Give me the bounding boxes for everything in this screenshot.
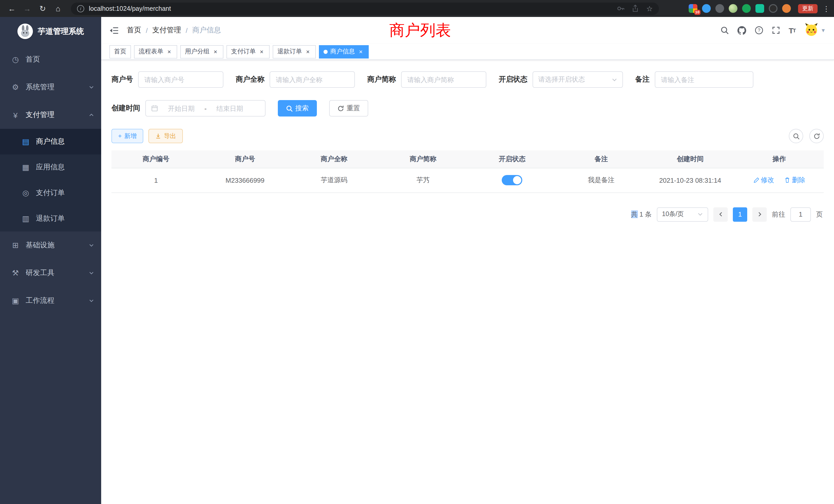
back-icon[interactable]: ← <box>5 0 19 17</box>
page-content: 商户号 商户全称 商户简称 开启状态 请选择开启状态 <box>101 60 834 222</box>
extension-icon-4[interactable] <box>729 4 738 13</box>
main-area: 商户列表 首页 / 支付管理 / 商户信息 <box>101 17 834 504</box>
grid-icon: ▦ <box>21 163 31 172</box>
user-menu[interactable]: ▾ <box>804 22 825 39</box>
sidebar-item-workflow[interactable]: ▣ 工作流程 <box>0 287 101 315</box>
column-header: 商户简称 <box>378 151 467 168</box>
extension-icon-2[interactable] <box>702 4 711 13</box>
password-key-icon[interactable] <box>617 5 625 12</box>
table-tools <box>789 129 824 143</box>
full-name-input[interactable] <box>270 71 355 88</box>
home-icon[interactable]: ⌂ <box>51 0 65 17</box>
sidebar-item-system[interactable]: ⚙ 系统管理 <box>0 73 101 101</box>
sidebar-item-pay-order[interactable]: ◎ 支付订单 <box>0 180 101 206</box>
table-row: 1 M233666999 芋道源码 芋艿 我是备注 2021-10-23 08:… <box>111 168 824 192</box>
tab-user-group[interactable]: 用户分组 × <box>180 45 223 58</box>
tab-label: 首页 <box>114 47 126 56</box>
tab-refund-order[interactable]: 退款订单 × <box>273 45 316 58</box>
sidebar-item-dev-tools[interactable]: ⚒ 研发工具 <box>0 259 101 287</box>
short-name-input[interactable] <box>401 71 486 88</box>
reset-button[interactable]: 重置 <box>329 100 368 116</box>
goto-label: 前往 <box>772 210 785 219</box>
close-icon[interactable]: × <box>166 48 173 55</box>
prev-page-button[interactable] <box>713 207 728 222</box>
extension-icon-3[interactable] <box>716 4 724 13</box>
refresh-table-button[interactable] <box>809 129 824 143</box>
reload-icon[interactable]: ↻ <box>36 0 49 17</box>
search-icon[interactable] <box>720 26 728 35</box>
close-icon[interactable]: × <box>258 48 265 55</box>
extension-icon-6[interactable] <box>755 4 764 13</box>
cell-remark: 我是备注 <box>557 168 646 192</box>
extension-icon-8[interactable] <box>782 4 791 13</box>
tab-merchant-info[interactable]: 商户信息 × <box>319 45 369 58</box>
remark-input[interactable] <box>655 71 753 88</box>
breadcrumb-item[interactable]: 首页 <box>127 26 141 35</box>
close-icon[interactable]: × <box>305 48 311 55</box>
search-button-label: 搜索 <box>295 104 309 113</box>
url-bar-actions: ☆ <box>617 5 653 12</box>
next-page-button[interactable] <box>752 207 767 222</box>
delete-button[interactable]: 删除 <box>784 176 805 185</box>
url-bar[interactable]: i localhost:1024/pay/merchant ☆ <box>71 2 659 15</box>
tab-home[interactable]: 首页 <box>109 45 131 58</box>
sidebar-item-app-info[interactable]: ▦ 应用信息 <box>0 155 101 180</box>
export-button[interactable]: 导出 <box>148 129 183 143</box>
add-button-label: 新增 <box>124 132 137 140</box>
merchant-no-input[interactable] <box>138 71 223 88</box>
sidebar-menu: ◷ 首页 ⚙ 系统管理 ¥ 支付管理 ▤ 商户信息 <box>0 46 101 315</box>
start-date-input[interactable] <box>161 105 201 112</box>
column-header: 备注 <box>557 151 646 168</box>
page-number-button[interactable]: 1 <box>733 207 747 222</box>
url-text: localhost:1024/pay/merchant <box>89 5 617 12</box>
github-icon[interactable] <box>737 26 746 35</box>
search-toggle-button[interactable] <box>789 129 803 143</box>
forward-icon[interactable]: → <box>21 0 34 17</box>
status-select[interactable]: 请选择开启状态 <box>532 71 623 88</box>
pagination: 共 1 条 10条/页 1 前往 页 <box>111 207 824 222</box>
browser-menu-icon[interactable]: ⋮ <box>823 4 829 13</box>
extension-icon-1[interactable]: 10 <box>689 4 697 13</box>
tab-label: 支付订单 <box>231 47 256 56</box>
extension-icon-5[interactable] <box>742 4 751 13</box>
update-button[interactable]: 更新 <box>798 4 817 13</box>
bookmark-star-icon[interactable]: ☆ <box>646 5 653 12</box>
search-button[interactable]: 搜索 <box>278 100 317 116</box>
extension-icon-7[interactable] <box>769 4 777 13</box>
sidebar-toggle-icon[interactable] <box>109 26 118 34</box>
goto-suffix-label: 页 <box>816 210 823 219</box>
share-icon[interactable] <box>632 5 639 12</box>
edit-button[interactable]: 修改 <box>753 176 774 185</box>
info-icon[interactable]: i <box>77 5 84 12</box>
font-size-icon[interactable]: TT <box>789 26 795 35</box>
sidebar-item-payment[interactable]: ¥ 支付管理 <box>0 101 101 129</box>
add-button[interactable]: + 新增 <box>111 129 143 143</box>
sidebar-item-label: 研发工具 <box>26 269 89 278</box>
merchant-card-icon: ▤ <box>21 137 31 146</box>
chevron-up-icon <box>89 112 94 117</box>
sidebar-item-merchant-info[interactable]: ▤ 商户信息 <box>0 129 101 155</box>
close-icon[interactable]: × <box>212 48 219 55</box>
help-icon[interactable]: ? <box>755 26 763 35</box>
tab-label: 退款订单 <box>277 47 302 56</box>
sidebar-item-home[interactable]: ◷ 首页 <box>0 46 101 73</box>
date-range-picker[interactable]: - <box>145 100 265 116</box>
goto-page-input[interactable] <box>790 207 811 222</box>
table-toolbar: + 新增 导出 <box>111 129 824 143</box>
fullscreen-icon[interactable] <box>772 26 780 35</box>
page-size-select[interactable]: 10条/页 <box>657 207 708 222</box>
gear-icon: ⚙ <box>10 83 21 92</box>
field-label: 商户全称 <box>236 75 264 84</box>
end-date-input[interactable] <box>210 105 250 112</box>
tab-process-form[interactable]: 流程表单 × <box>134 45 177 58</box>
date-separator: - <box>204 105 207 112</box>
document-icon: ▥ <box>21 214 31 223</box>
close-icon[interactable]: × <box>357 48 364 55</box>
tab-pay-order[interactable]: 支付订单 × <box>226 45 270 58</box>
sidebar-item-infrastructure[interactable]: ⊞ 基础设施 <box>0 231 101 259</box>
app-logo[interactable]: 芋道管理系统 <box>0 17 101 46</box>
breadcrumb-item[interactable]: 支付管理 <box>152 26 181 35</box>
tab-label: 流程表单 <box>139 47 163 56</box>
status-toggle[interactable] <box>502 175 522 185</box>
sidebar-item-refund-order[interactable]: ▥ 退款订单 <box>0 206 101 231</box>
